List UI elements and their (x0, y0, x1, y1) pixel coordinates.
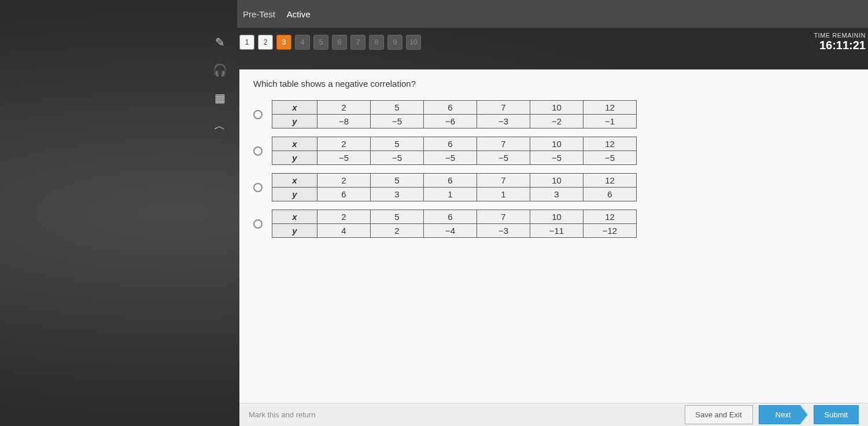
radio-option-3[interactable] (253, 183, 263, 192)
row-label: x (272, 210, 317, 224)
cell: 6 (424, 174, 477, 188)
question-nav-1[interactable]: 1 (239, 35, 254, 50)
question-nav-10: 10 (406, 35, 421, 50)
timer-value: 16:11:21 (814, 39, 866, 52)
data-table-1: x25671012y−8−5−6−3−2−1 (272, 100, 637, 128)
cell: 10 (530, 101, 583, 115)
radio-option-2[interactable] (253, 146, 263, 156)
cell: 4 (317, 224, 371, 238)
cell: 12 (583, 210, 637, 224)
cell: 2 (317, 174, 371, 188)
next-button[interactable]: Next (759, 405, 808, 424)
cell: 2 (317, 137, 371, 151)
pencil-icon[interactable]: ✎ (209, 32, 230, 53)
cell: −5 (317, 151, 371, 165)
cell: 6 (583, 188, 637, 201)
radio-option-4[interactable] (253, 219, 263, 229)
cell: 2 (317, 101, 371, 115)
cell: −5 (371, 115, 424, 128)
question-text: Which table shows a negative correlation… (253, 79, 854, 89)
cell: −12 (583, 224, 637, 238)
row-label: x (272, 137, 317, 151)
cell: 5 (371, 210, 424, 224)
question-nav-2[interactable]: 2 (258, 35, 273, 50)
cell: 10 (530, 174, 583, 188)
cell: 7 (477, 210, 530, 224)
question-nav-9: 9 (387, 35, 402, 50)
answer-option-1[interactable]: x25671012y−8−5−6−3−2−1 (253, 100, 854, 128)
cell: 3 (530, 188, 583, 201)
cell: −5 (583, 151, 637, 165)
cell: 6 (317, 188, 371, 201)
question-nav-4: 4 (295, 35, 310, 50)
cell: −11 (530, 224, 583, 238)
data-table-3: x25671012y631136 (272, 173, 637, 201)
cell: 1 (424, 188, 477, 201)
data-table-2: x25671012y−5−5−5−5−5−5 (272, 137, 637, 165)
row-label: y (272, 224, 317, 238)
cell: 5 (371, 101, 424, 115)
question-nav: 12345678910 (239, 35, 421, 50)
cell: 3 (371, 188, 424, 201)
cell: 5 (371, 137, 424, 151)
headphones-icon[interactable]: 🎧 (209, 60, 230, 80)
tab-active[interactable]: Active (287, 9, 311, 19)
tab-pretest[interactable]: Pre-Test (243, 9, 275, 19)
cell: −5 (530, 151, 583, 165)
cell: 7 (477, 137, 530, 151)
cell: 10 (530, 210, 583, 224)
cell: 7 (477, 174, 530, 188)
cell: 7 (477, 101, 530, 115)
question-nav-8: 8 (369, 35, 384, 50)
cell: −6 (424, 115, 477, 128)
cell: −5 (477, 151, 530, 165)
radio-option-1[interactable] (253, 110, 263, 119)
cell: 5 (371, 174, 424, 188)
footer-bar: Mark this and return Save and Exit Next … (239, 403, 868, 426)
timer: TIME REMAININ 16:11:21 (814, 32, 868, 52)
cell: −2 (530, 115, 583, 128)
row-label: y (272, 188, 317, 201)
cell: 6 (424, 210, 477, 224)
answer-option-2[interactable]: x25671012y−5−5−5−5−5−5 (253, 137, 854, 165)
cell: 6 (424, 137, 477, 151)
answer-option-4[interactable]: x25671012y42−4−3−11−12 (253, 210, 854, 238)
tool-sidebar: ✎ 🎧 ▦ ︿ (209, 32, 236, 136)
cell: −5 (424, 151, 477, 165)
calculator-icon[interactable]: ▦ (209, 87, 230, 108)
cell: 2 (371, 224, 424, 238)
cell: −3 (477, 115, 530, 128)
cell: −4 (424, 224, 477, 238)
cell: −5 (371, 151, 424, 165)
row-label: x (272, 101, 317, 115)
cell: 1 (477, 188, 530, 201)
cell: −8 (317, 115, 371, 128)
cell: 12 (583, 174, 637, 188)
mark-return-link[interactable]: Mark this and return (249, 410, 679, 419)
row-label: y (272, 115, 317, 128)
collapse-icon[interactable]: ︿ (209, 115, 230, 136)
cell: 12 (583, 137, 637, 151)
question-nav-5: 5 (313, 35, 328, 50)
cell: 12 (583, 101, 637, 115)
answer-option-3[interactable]: x25671012y631136 (253, 173, 854, 201)
cell: 6 (424, 101, 477, 115)
row-label: y (272, 151, 317, 165)
question-nav-3[interactable]: 3 (276, 35, 291, 50)
data-table-4: x25671012y42−4−3−11−12 (272, 210, 637, 238)
cell: −1 (583, 115, 637, 128)
submit-button[interactable]: Submit (814, 405, 859, 424)
question-content: Which table shows a negative correlation… (239, 69, 868, 403)
timer-label: TIME REMAININ (814, 32, 866, 39)
question-nav-7: 7 (350, 35, 365, 50)
cell: 2 (317, 210, 371, 224)
cell: 10 (530, 137, 583, 151)
cell: −3 (477, 224, 530, 238)
save-exit-button[interactable]: Save and Exit (685, 405, 753, 424)
row-label: x (272, 174, 317, 188)
question-nav-6: 6 (332, 35, 347, 50)
header-tabs: Pre-Test Active (237, 0, 868, 28)
